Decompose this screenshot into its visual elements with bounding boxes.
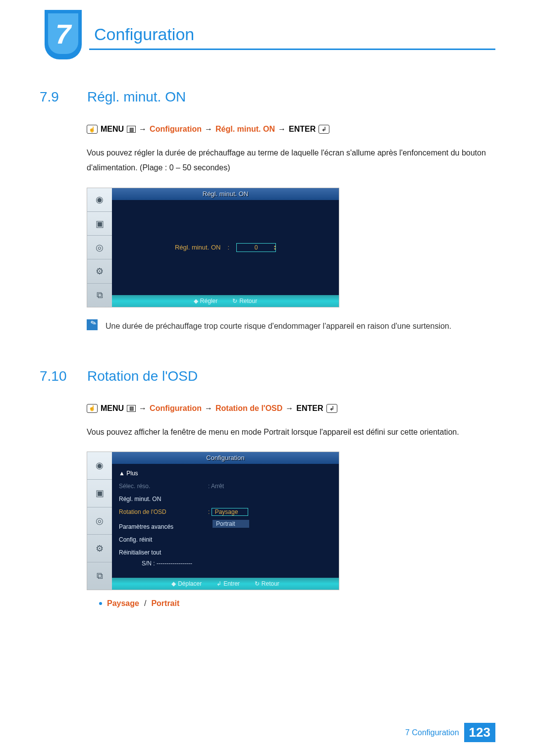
- menu-path-2: ☝ MENU ▥ → Configuration → Rotation de l…: [87, 404, 495, 413]
- note-text: Une durée de préchauffage trop courte ri…: [106, 319, 451, 334]
- osd-option-selected: Paysage: [212, 508, 248, 516]
- hand-icon: ☝: [87, 125, 98, 134]
- osd-foot-adjust: ◆ Régler: [194, 298, 217, 304]
- osd-colon: :: [227, 244, 229, 251]
- sidebar-icon-setup: ⚙: [87, 534, 112, 562]
- osd-title: Régl. minut. ON: [112, 188, 339, 200]
- hand-icon: ☝: [87, 404, 98, 413]
- section-7-9-heading: 7.9 Régl. minut. ON: [40, 89, 495, 105]
- osd-rotation-value: : Paysage: [208, 508, 335, 516]
- pencil-icon: ✎: [89, 316, 99, 330]
- osd-serial-number: S/N : ------------------: [116, 560, 335, 567]
- osd-foot-return: ↻ Retour: [232, 298, 257, 304]
- section-2-body: Vous pouvez afficher la fenêtre de menu …: [87, 425, 495, 440]
- options-bullet: Paysage / Portrait: [99, 599, 495, 608]
- sidebar-icon-camera: ◉: [87, 452, 112, 479]
- updown-icon: ◆: [194, 298, 198, 304]
- path-seg-1: Configuration: [150, 125, 202, 134]
- osd-item-rotation: Rotation de l'OSD : Paysage: [116, 505, 335, 518]
- section-number: 7.9: [40, 89, 78, 105]
- note-row: ✎ Une durée de préchauffage trop courte …: [87, 319, 495, 334]
- return-icon: ↻: [232, 298, 237, 304]
- osd-foot-return: ↻ Retour: [255, 580, 279, 587]
- path-menu: MENU: [101, 404, 124, 413]
- path-seg-2: Régl. minut. ON: [215, 125, 275, 134]
- osd-main-panel: Configuration ▲ Plus Sélec. réso. : Arrê…: [112, 452, 339, 590]
- option-portrait: Portrait: [151, 599, 179, 608]
- tab-inner: 7: [48, 13, 78, 54]
- osd-screenshot-1: ◉ ▣ ◎ ⚙ ⧉ Régl. minut. ON Régl. minut. O…: [87, 188, 339, 307]
- arrow-icon: →: [205, 404, 213, 413]
- osd-content: Régl. minut. ON : 0 ▲▼: [112, 200, 339, 295]
- osd-plus-row: ▲ Plus: [116, 467, 335, 480]
- sidebar-icon-sound: ◎: [87, 507, 112, 535]
- osd-rotation-alt-value: Portrait: [208, 519, 335, 528]
- enter-icon: ↲: [319, 125, 329, 134]
- arrow-icon: →: [278, 125, 286, 134]
- path-enter: ENTER: [289, 125, 316, 134]
- footer-page-number: 123: [464, 723, 495, 742]
- path-enter: ENTER: [296, 404, 323, 413]
- section-title: Rotation de l'OSD: [87, 368, 198, 384]
- sidebar-icon-camera: ◉: [87, 188, 112, 211]
- path-menu: MENU: [101, 125, 124, 134]
- osd-item-config-reinit: Config. réinit: [116, 533, 335, 546]
- osd-sidebar: ◉ ▣ ◎ ⚙ ⧉: [87, 188, 112, 307]
- section-number: 7.10: [40, 368, 78, 384]
- arrow-icon: →: [139, 125, 147, 134]
- chapter-number: 7: [55, 18, 71, 50]
- arrow-icon: →: [205, 125, 213, 134]
- note-icon: ✎: [87, 319, 98, 330]
- sidebar-icon-multi: ⧉: [87, 283, 112, 307]
- path-seg-1: Configuration: [150, 404, 202, 413]
- osd-main-panel: Régl. minut. ON Régl. minut. ON : 0 ▲▼ ◆…: [112, 188, 339, 307]
- section-7-10-heading: 7.10 Rotation de l'OSD: [40, 368, 495, 384]
- chapter-title-separator: [89, 49, 495, 50]
- osd-footer: ◆ Régler ↻ Retour: [112, 295, 339, 307]
- enter-icon: ↲: [326, 404, 337, 413]
- menu-grid-icon: ▥: [127, 126, 136, 133]
- sidebar-icon-picture: ▣: [87, 479, 112, 507]
- osd-screenshot-2: ◉ ▣ ◎ ⚙ ⧉ Configuration ▲ Plus Sélec. ré…: [87, 452, 339, 590]
- enter-icon: ↲: [216, 580, 221, 587]
- section-title: Régl. minut. ON: [87, 89, 186, 105]
- osd-footer: ◆ Déplacer ↲ Entrer ↻ Retour: [112, 578, 339, 590]
- osd-item-selec-reso: Sélec. réso. : Arrêt: [116, 480, 335, 493]
- option-paysage: Paysage: [107, 599, 139, 608]
- osd-foot-enter: ↲ Entrer: [216, 580, 240, 587]
- osd-field-label: Régl. minut. ON: [175, 244, 220, 251]
- updown-icon: ◆: [171, 580, 176, 587]
- sidebar-icon-multi: ⧉: [87, 562, 112, 590]
- chapter-title: Configuration: [94, 25, 194, 44]
- sidebar-icon-picture: ▣: [87, 211, 112, 235]
- spinner-arrows-icon: ▲▼: [273, 245, 276, 251]
- osd-value-text: 0: [255, 244, 258, 251]
- path-seg-2: Rotation de l'OSD: [215, 404, 282, 413]
- section-1-body: Vous pouvez régler la durée de préchauff…: [87, 146, 495, 176]
- osd-sidebar: ◉ ▣ ◎ ⚙ ⧉: [87, 452, 112, 590]
- osd-item-regl-minut: Régl. minut. ON: [116, 493, 335, 505]
- osd-item-reinit-tout: Réinitialiser tout: [116, 546, 335, 559]
- osd-menu-list: ▲ Plus Sélec. réso. : Arrêt Régl. minut.…: [116, 464, 335, 578]
- osd-option-alt: Portrait: [213, 520, 249, 528]
- osd-title: Configuration: [112, 452, 339, 464]
- option-separator: /: [144, 599, 146, 608]
- return-icon: ↻: [255, 580, 260, 587]
- sidebar-icon-sound: ◎: [87, 235, 112, 259]
- bullet-icon: [99, 602, 102, 605]
- menu-grid-icon: ▥: [127, 405, 136, 412]
- arrow-icon: →: [139, 404, 147, 413]
- chapter-tab: 7 Configuration: [40, 10, 495, 59]
- arrow-icon: →: [285, 404, 293, 413]
- page-footer: 7 Configuration 123: [405, 723, 495, 742]
- sidebar-icon-setup: ⚙: [87, 259, 112, 283]
- osd-foot-move: ◆ Déplacer: [171, 580, 202, 587]
- footer-chapter-label: 7 Configuration: [405, 728, 459, 737]
- osd-field-value: 0 ▲▼: [236, 243, 276, 252]
- menu-path-1: ☝ MENU ▥ → Configuration → Régl. minut. …: [87, 125, 495, 134]
